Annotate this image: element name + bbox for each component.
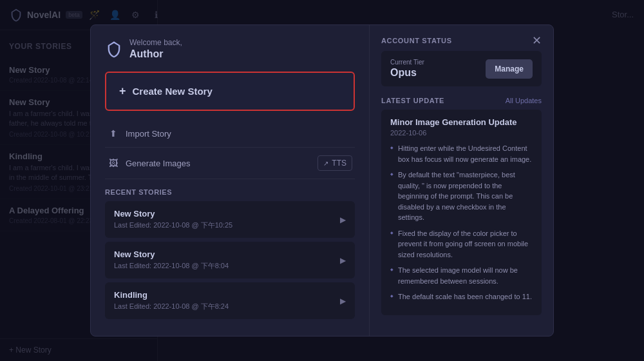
- account-status-title: Account Status: [381, 37, 542, 44]
- chevron-right-icon: ▶: [340, 297, 346, 306]
- tier-box: Current Tier Opus Manage: [381, 51, 542, 86]
- modal-logo-icon: [105, 40, 123, 58]
- all-updates-link[interactable]: All Updates: [506, 97, 542, 104]
- chevron-right-icon: ▶: [340, 256, 346, 265]
- modal-overlay: ✕ Welcome back, Author + Create New Stor…: [0, 0, 644, 361]
- recent-section-title: Recent Stories: [105, 188, 355, 196]
- latest-update-header: Latest Update All Updates: [381, 97, 542, 104]
- create-new-story-button[interactable]: + Create New Story: [105, 72, 355, 111]
- recent-item-info: New Story Last Edited: 2022-10-08 @ 下午8:…: [114, 249, 229, 271]
- generate-images-label: Generate Images: [126, 159, 190, 168]
- list-item: The selected image model will now be rem…: [390, 265, 533, 286]
- list-item: Fixed the display of the color picker to…: [390, 228, 533, 260]
- image-icon: 🖼: [108, 157, 119, 169]
- update-list: Hitting enter while the Undesired Conten…: [390, 143, 533, 302]
- recent-story-item[interactable]: Kindling Last Edited: 2022-10-08 @ 下午8:2…: [105, 282, 355, 319]
- modal-dialog: ✕ Welcome back, Author + Create New Stor…: [90, 24, 554, 337]
- close-button[interactable]: ✕: [527, 32, 545, 50]
- import-icon: ⬆: [108, 128, 119, 139]
- chevron-right-icon: ▶: [340, 215, 346, 224]
- recent-story-item[interactable]: New Story Last Edited: 2022-10-08 @ 下午10…: [105, 201, 355, 238]
- latest-update-title: Latest Update: [381, 97, 444, 104]
- plus-icon: +: [119, 84, 126, 98]
- list-item: Hitting enter while the Undesired Conten…: [390, 143, 533, 164]
- tier-name: Opus: [390, 67, 424, 79]
- tts-button[interactable]: ↗ TTS: [317, 155, 352, 171]
- manage-button[interactable]: Manage: [486, 59, 533, 79]
- import-label: Import Story: [126, 129, 171, 139]
- modal-right-panel: Account Status Current Tier Opus Manage …: [370, 25, 553, 336]
- update-name: Minor Image Generation Update: [390, 117, 533, 127]
- recent-item-info: New Story Last Edited: 2022-10-08 @ 下午10…: [114, 209, 232, 230]
- generate-images-button[interactable]: 🖼 Generate Images ↗ TTS: [105, 148, 355, 179]
- username-text: Author: [129, 48, 182, 60]
- recent-item-info: Kindling Last Edited: 2022-10-08 @ 下午8:2…: [114, 290, 229, 311]
- update-date: 2022-10-06: [390, 129, 533, 137]
- welcome-block: Welcome back, Author: [105, 38, 355, 60]
- modal-inner: Welcome back, Author + Create New Story …: [91, 25, 553, 336]
- modal-left-panel: Welcome back, Author + Create New Story …: [91, 25, 370, 336]
- tier-label: Current Tier: [390, 59, 424, 66]
- external-link-icon: ↗: [323, 160, 328, 167]
- recent-story-item[interactable]: New Story Last Edited: 2022-10-08 @ 下午8:…: [105, 242, 355, 278]
- import-story-button[interactable]: ⬆ Import Story: [105, 120, 355, 148]
- welcome-text: Welcome back,: [129, 38, 182, 47]
- list-item: By default the text "masterpiece, best q…: [390, 170, 533, 223]
- update-box: Minor Image Generation Update 2022-10-06…: [381, 110, 542, 315]
- list-item: The default scale has been changed to 11…: [390, 291, 533, 302]
- create-new-label: Create New Story: [133, 86, 213, 97]
